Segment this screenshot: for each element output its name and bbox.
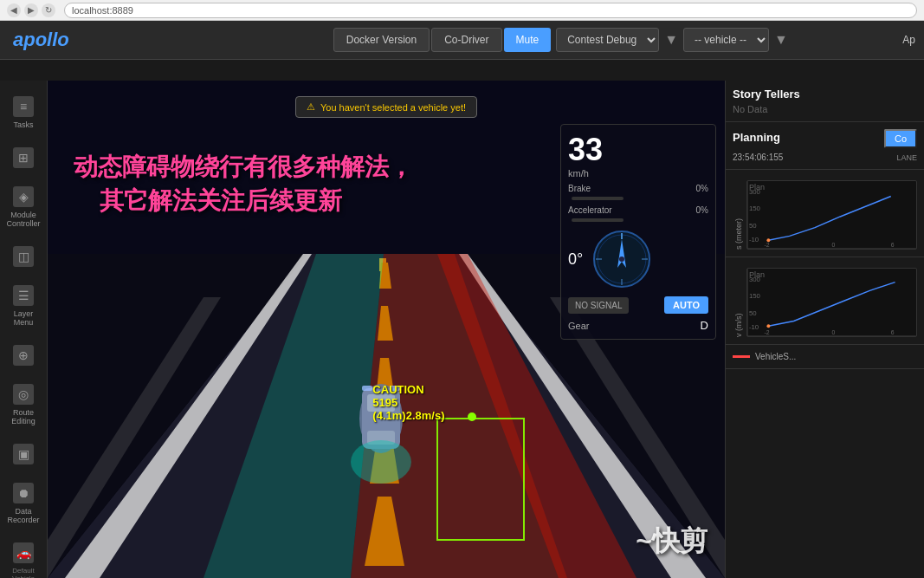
speed-value: 33 xyxy=(568,132,603,168)
story-tellers-section: Story Tellers No Data xyxy=(726,81,924,122)
sidebar-item-tasks[interactable]: ≡ Tasks xyxy=(0,89,47,136)
vehicle-icon: 🚗 xyxy=(13,542,34,563)
no-signal-badge: NO SIGNAL xyxy=(568,297,629,314)
top-bar: apollo Docker Version Co-Driver Mute Con… xyxy=(0,21,924,60)
no-data-label: No Data xyxy=(733,104,917,114)
brake-label: Brake xyxy=(568,184,591,193)
sidebar-item-default-vehicle[interactable]: 🚗 DefaultVehicle xyxy=(0,536,47,578)
right-panel: Story Tellers No Data Planning Co 23:54:… xyxy=(725,81,924,578)
chart1-ylabel: s (meter) xyxy=(733,177,743,250)
caution-text: CAUTION xyxy=(372,383,444,396)
svg-point-35 xyxy=(619,257,624,262)
sidebar-label-data-recorder: Data Recorder xyxy=(7,507,39,524)
chart2-ylabel: v (m/s) xyxy=(733,264,743,337)
chinese-line1: 动态障碍物绕行有很多种解法， xyxy=(74,150,413,184)
planning-title: Planning xyxy=(733,131,780,144)
notification-icon: ⚠ xyxy=(307,101,315,113)
sidebar-item-route-editing[interactable]: ◎ Route Editing xyxy=(0,377,47,432)
contest-debug-select[interactable]: Contest Debug xyxy=(556,28,659,52)
chart1-section: s (meter) Plan 300 150 50 -10 -2 0 xyxy=(726,170,924,257)
chart2-section: v (m/s) Plan 300 150 50 -10 -2 0 6 xyxy=(726,257,924,345)
legend-vehicle-speed-label: VehicleS... xyxy=(755,352,796,361)
co-tab[interactable]: Co xyxy=(884,129,917,148)
svg-point-55 xyxy=(766,324,770,328)
url-input[interactable] xyxy=(64,3,917,18)
svg-text:50: 50 xyxy=(749,222,757,230)
chinese-line2: 其它解法关注后续更新 xyxy=(74,184,413,218)
chart2-label: Plan xyxy=(749,270,765,279)
gear-label: Gear xyxy=(568,321,589,331)
svg-text:6: 6 xyxy=(891,329,895,335)
sidebar-label-default-vehicle: DefaultVehicle xyxy=(12,567,35,578)
heading-value: 0° xyxy=(568,250,583,269)
sidebar-item-icon8[interactable]: ▣ xyxy=(0,437,47,471)
layers-icon: ◫ xyxy=(13,246,34,267)
sidebar-item-icon4[interactable]: ◫ xyxy=(0,239,47,274)
sidebar-label-layer: Layer Menu xyxy=(14,309,34,327)
mute-button[interactable]: Mute xyxy=(504,28,552,52)
svg-text:-2: -2 xyxy=(765,329,770,335)
sidebar-item-module-controller[interactable]: ◈ Module Controller xyxy=(0,179,47,235)
watermark-text: ~快剪 xyxy=(636,523,708,561)
route-editing-icon: ◎ xyxy=(13,384,34,405)
svg-text:150: 150 xyxy=(749,205,761,212)
svg-text:-10: -10 xyxy=(749,236,759,244)
legend-vehicle-speed-color xyxy=(733,355,750,358)
plus-icon: ⊕ xyxy=(13,345,34,366)
co-driver-button[interactable]: Co-Driver xyxy=(431,28,501,52)
forward-button[interactable]: ▶ xyxy=(24,3,38,17)
speed-unit: km/h xyxy=(568,168,708,179)
legend-section: VehicleS... xyxy=(726,345,924,369)
svg-text:-10: -10 xyxy=(749,323,759,331)
ap-label: Ap xyxy=(902,34,915,46)
svg-text:0: 0 xyxy=(832,329,836,335)
sidebar-label-module: Module Controller xyxy=(6,211,40,228)
svg-text:6: 6 xyxy=(891,242,895,248)
square-icon: ▣ xyxy=(13,444,34,464)
planning-chart-1: Plan 300 150 50 -10 -2 0 6 xyxy=(746,180,917,250)
auto-badge: AUTO xyxy=(664,296,708,314)
logo: apollo xyxy=(0,29,82,51)
refresh-button[interactable]: ↻ xyxy=(42,3,55,17)
lane-label: LANE xyxy=(896,153,917,162)
instrument-panel: 33 km/h Brake 0% Accelerator 0% 0° xyxy=(560,124,716,340)
vehicle-notification: ⚠ You haven't selected a vehicle yet! xyxy=(295,96,477,118)
svg-text:50: 50 xyxy=(749,309,757,317)
layer-menu-icon: ☰ xyxy=(13,285,34,306)
svg-point-25 xyxy=(468,412,476,421)
vehicle-select[interactable]: -- vehicle -- xyxy=(683,28,769,52)
caution-details: (4.1m)2.8m/s) xyxy=(372,409,444,422)
svg-text:150: 150 xyxy=(749,292,761,300)
grid-icon: ⊞ xyxy=(13,147,34,168)
module-controller-icon: ◈ xyxy=(13,186,34,207)
sidebar-item-data-recorder[interactable]: ⏺ Data Recorder xyxy=(0,476,47,531)
back-button[interactable]: ◀ xyxy=(7,3,21,17)
story-tellers-title: Story Tellers xyxy=(733,88,917,101)
sidebar-item-layer-menu[interactable]: ☰ Layer Menu xyxy=(0,278,47,334)
gear-value: D xyxy=(701,319,708,332)
docker-version-button[interactable]: Docker Version xyxy=(333,28,430,52)
url-bar: ◀ ▶ ↻ xyxy=(0,0,924,21)
svg-point-23 xyxy=(351,440,411,484)
data-recorder-icon: ⏺ xyxy=(13,483,34,503)
sidebar-label-route: Route Editing xyxy=(11,408,36,425)
sidebar: ≡ Tasks ⊞ ◈ Module Controller ◫ ☰ Layer … xyxy=(0,81,48,578)
tasks-icon: ≡ xyxy=(13,96,34,117)
svg-point-45 xyxy=(766,238,770,242)
planning-section: Planning Co 23:54:06:155 LANE xyxy=(726,122,924,170)
svg-text:-2: -2 xyxy=(765,242,770,248)
sidebar-item-icon2[interactable]: ⊞ xyxy=(0,140,47,175)
sidebar-item-icon6[interactable]: ⊕ xyxy=(0,338,47,373)
overlay-text: 动态障碍物绕行有很多种解法， 其它解法关注后续更新 xyxy=(74,150,413,218)
main-viewport: 动态障碍物绕行有很多种解法， 其它解法关注后续更新 ⚠ You haven't … xyxy=(48,81,725,578)
compass-gauge xyxy=(591,229,652,289)
chart1-label: Plan xyxy=(749,183,765,192)
svg-text:0: 0 xyxy=(832,242,836,248)
timestamp-label: 23:54:06:155 xyxy=(733,153,783,162)
accel-label: Accelerator xyxy=(568,205,612,215)
sidebar-label-tasks: Tasks xyxy=(13,120,33,129)
svg-rect-21 xyxy=(362,386,372,391)
accel-pct: 0% xyxy=(696,205,708,215)
caution-id: 5195 xyxy=(372,396,444,409)
brake-pct: 0% xyxy=(696,184,708,193)
